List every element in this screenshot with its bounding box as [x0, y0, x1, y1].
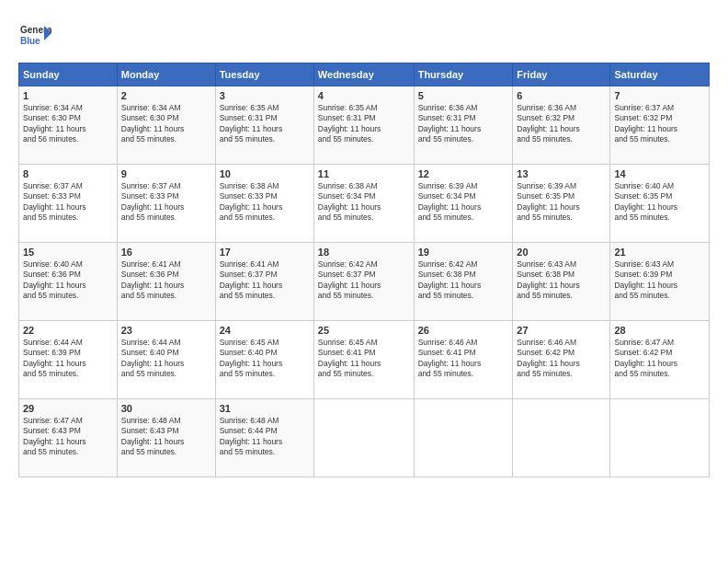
calendar-cell: 15Sunrise: 6:40 AM Sunset: 6:36 PM Dayli…: [19, 243, 118, 321]
day-info: Sunrise: 6:38 AM Sunset: 6:33 PM Dayligh…: [220, 181, 310, 224]
day-number: 31: [220, 403, 310, 414]
day-info: Sunrise: 6:36 AM Sunset: 6:31 PM Dayligh…: [418, 103, 509, 145]
calendar-cell: 23Sunrise: 6:44 AM Sunset: 6:40 PM Dayli…: [117, 321, 215, 399]
weekday-header: Monday: [117, 63, 215, 86]
day-info: Sunrise: 6:48 AM Sunset: 6:43 PM Dayligh…: [121, 416, 211, 458]
calendar-cell: 18Sunrise: 6:42 AM Sunset: 6:37 PM Dayli…: [313, 243, 414, 321]
day-number: 27: [517, 325, 606, 336]
day-info: Sunrise: 6:46 AM Sunset: 6:41 PM Dayligh…: [418, 338, 509, 380]
calendar-cell: 19Sunrise: 6:42 AM Sunset: 6:38 PM Dayli…: [414, 243, 513, 321]
calendar-cell: 13Sunrise: 6:39 AM Sunset: 6:35 PM Dayli…: [513, 165, 610, 243]
day-info: Sunrise: 6:39 AM Sunset: 6:35 PM Dayligh…: [517, 181, 606, 224]
calendar-week-row: 22Sunrise: 6:44 AM Sunset: 6:39 PM Dayli…: [19, 321, 710, 399]
calendar-cell: 4Sunrise: 6:35 AM Sunset: 6:31 PM Daylig…: [313, 86, 414, 165]
svg-text:Blue: Blue: [20, 36, 40, 46]
calendar-cell: 17Sunrise: 6:41 AM Sunset: 6:37 PM Dayli…: [215, 243, 313, 321]
day-number: 12: [418, 168, 509, 179]
day-number: 23: [121, 325, 211, 336]
day-info: Sunrise: 6:37 AM Sunset: 6:33 PM Dayligh…: [121, 181, 211, 224]
calendar-cell: 5Sunrise: 6:36 AM Sunset: 6:31 PM Daylig…: [414, 86, 513, 165]
calendar-cell: [414, 399, 513, 477]
day-info: Sunrise: 6:44 AM Sunset: 6:39 PM Dayligh…: [23, 338, 113, 380]
weekday-header: Sunday: [19, 63, 118, 86]
weekday-header-row: SundayMondayTuesdayWednesdayThursdayFrid…: [19, 63, 710, 86]
calendar-cell: 25Sunrise: 6:45 AM Sunset: 6:41 PM Dayli…: [313, 321, 414, 399]
day-info: Sunrise: 6:44 AM Sunset: 6:40 PM Dayligh…: [121, 338, 211, 380]
day-number: 16: [121, 247, 211, 258]
day-number: 2: [121, 90, 211, 101]
day-number: 28: [614, 325, 705, 336]
header: General Blue: [18, 18, 710, 52]
calendar-cell: 14Sunrise: 6:40 AM Sunset: 6:35 PM Dayli…: [610, 165, 710, 243]
day-number: 22: [23, 325, 113, 336]
calendar-cell: [513, 399, 610, 477]
day-number: 9: [121, 168, 211, 179]
day-number: 1: [23, 90, 113, 101]
day-number: 18: [318, 247, 410, 258]
day-number: 5: [418, 90, 509, 101]
day-info: Sunrise: 6:48 AM Sunset: 6:44 PM Dayligh…: [220, 416, 310, 458]
day-info: Sunrise: 6:45 AM Sunset: 6:41 PM Dayligh…: [318, 338, 410, 380]
day-info: Sunrise: 6:41 AM Sunset: 6:37 PM Dayligh…: [220, 259, 310, 302]
logo: General Blue: [18, 18, 55, 52]
day-info: Sunrise: 6:40 AM Sunset: 6:36 PM Dayligh…: [23, 259, 113, 302]
calendar-week-row: 29Sunrise: 6:47 AM Sunset: 6:43 PM Dayli…: [19, 399, 710, 477]
day-info: Sunrise: 6:37 AM Sunset: 6:32 PM Dayligh…: [614, 103, 705, 145]
calendar-cell: 27Sunrise: 6:46 AM Sunset: 6:42 PM Dayli…: [513, 321, 610, 399]
day-info: Sunrise: 6:35 AM Sunset: 6:31 PM Dayligh…: [220, 103, 310, 145]
day-number: 4: [318, 90, 410, 101]
day-number: 30: [121, 403, 211, 414]
page: General Blue SundayMondayTuesdayWednesda…: [0, 0, 728, 563]
weekday-header: Saturday: [610, 63, 710, 86]
day-number: 7: [614, 90, 705, 101]
day-info: Sunrise: 6:41 AM Sunset: 6:36 PM Dayligh…: [121, 259, 211, 302]
calendar-cell: 30Sunrise: 6:48 AM Sunset: 6:43 PM Dayli…: [117, 399, 215, 477]
day-info: Sunrise: 6:35 AM Sunset: 6:31 PM Dayligh…: [318, 103, 410, 145]
day-number: 3: [220, 90, 310, 101]
calendar-cell: 16Sunrise: 6:41 AM Sunset: 6:36 PM Dayli…: [117, 243, 215, 321]
day-info: Sunrise: 6:42 AM Sunset: 6:37 PM Dayligh…: [318, 259, 410, 302]
day-number: 13: [517, 168, 606, 179]
weekday-header: Thursday: [414, 63, 513, 86]
day-number: 8: [23, 168, 113, 179]
calendar-cell: 29Sunrise: 6:47 AM Sunset: 6:43 PM Dayli…: [19, 399, 118, 477]
day-number: 17: [220, 247, 310, 258]
calendar-cell: 31Sunrise: 6:48 AM Sunset: 6:44 PM Dayli…: [215, 399, 313, 477]
day-info: Sunrise: 6:47 AM Sunset: 6:42 PM Dayligh…: [614, 338, 705, 380]
day-number: 6: [517, 90, 606, 101]
day-number: 20: [517, 247, 606, 258]
calendar-cell: [610, 399, 710, 477]
day-number: 11: [318, 168, 410, 179]
weekday-header: Friday: [513, 63, 610, 86]
day-info: Sunrise: 6:36 AM Sunset: 6:32 PM Dayligh…: [517, 103, 606, 145]
day-info: Sunrise: 6:34 AM Sunset: 6:30 PM Dayligh…: [121, 103, 211, 145]
calendar-cell: 21Sunrise: 6:43 AM Sunset: 6:39 PM Dayli…: [610, 243, 710, 321]
day-info: Sunrise: 6:43 AM Sunset: 6:38 PM Dayligh…: [517, 259, 606, 302]
day-info: Sunrise: 6:47 AM Sunset: 6:43 PM Dayligh…: [23, 416, 113, 458]
calendar-cell: 22Sunrise: 6:44 AM Sunset: 6:39 PM Dayli…: [19, 321, 118, 399]
logo-icon: General Blue: [18, 18, 51, 52]
day-info: Sunrise: 6:34 AM Sunset: 6:30 PM Dayligh…: [23, 103, 113, 145]
day-info: Sunrise: 6:42 AM Sunset: 6:38 PM Dayligh…: [418, 259, 509, 302]
calendar-cell: 6Sunrise: 6:36 AM Sunset: 6:32 PM Daylig…: [513, 86, 610, 165]
day-info: Sunrise: 6:45 AM Sunset: 6:40 PM Dayligh…: [220, 338, 310, 380]
day-number: 25: [318, 325, 410, 336]
calendar-cell: 9Sunrise: 6:37 AM Sunset: 6:33 PM Daylig…: [117, 165, 215, 243]
day-number: 15: [23, 247, 113, 258]
calendar-cell: 28Sunrise: 6:47 AM Sunset: 6:42 PM Dayli…: [610, 321, 710, 399]
calendar-cell: 1Sunrise: 6:34 AM Sunset: 6:30 PM Daylig…: [19, 86, 118, 165]
calendar-week-row: 8Sunrise: 6:37 AM Sunset: 6:33 PM Daylig…: [19, 165, 710, 243]
calendar-cell: 12Sunrise: 6:39 AM Sunset: 6:34 PM Dayli…: [414, 165, 513, 243]
day-number: 19: [418, 247, 509, 258]
calendar-cell: 3Sunrise: 6:35 AM Sunset: 6:31 PM Daylig…: [215, 86, 313, 165]
day-info: Sunrise: 6:46 AM Sunset: 6:42 PM Dayligh…: [517, 338, 606, 380]
day-number: 26: [418, 325, 509, 336]
calendar: SundayMondayTuesdayWednesdayThursdayFrid…: [18, 63, 710, 477]
calendar-cell: 8Sunrise: 6:37 AM Sunset: 6:33 PM Daylig…: [19, 165, 118, 243]
weekday-header: Tuesday: [215, 63, 313, 86]
calendar-cell: 10Sunrise: 6:38 AM Sunset: 6:33 PM Dayli…: [215, 165, 313, 243]
calendar-cell: 24Sunrise: 6:45 AM Sunset: 6:40 PM Dayli…: [215, 321, 313, 399]
day-info: Sunrise: 6:43 AM Sunset: 6:39 PM Dayligh…: [614, 259, 705, 302]
calendar-week-row: 15Sunrise: 6:40 AM Sunset: 6:36 PM Dayli…: [19, 243, 710, 321]
day-info: Sunrise: 6:37 AM Sunset: 6:33 PM Dayligh…: [23, 181, 113, 224]
